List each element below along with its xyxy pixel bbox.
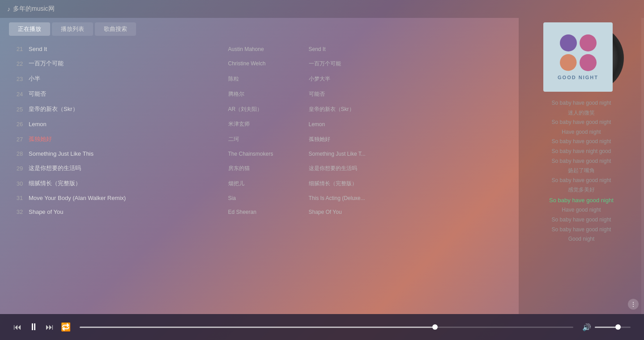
song-album: 这是你想要的生活吗 [309, 165, 508, 172]
song-title: Something Just Like This [29, 150, 228, 157]
tabs-bar: 正在播放 播放列表 歌曲搜索 [9, 22, 510, 36]
song-number: 21 [11, 46, 29, 52]
song-title: Lemon [29, 121, 228, 128]
song-number: 28 [11, 150, 29, 157]
song-artist: Christine Welch [228, 60, 309, 67]
song-row[interactable]: 31Move Your Body (Alan Walker Remix)SiaT… [9, 191, 510, 205]
song-row[interactable]: 29这是你想要的生活吗房东的猫这是你想要的生活吗 [9, 161, 510, 176]
song-artist: 陈粒 [228, 75, 309, 83]
song-number: 31 [11, 195, 29, 201]
song-artist: AR（刘夫阳） [228, 106, 309, 113]
lyric-line: So baby have good night [519, 215, 644, 225]
song-artist: 二珂 [228, 136, 309, 143]
song-number: 22 [11, 60, 29, 67]
song-title: 可能否 [29, 90, 228, 98]
lyric-line: 扬起了嘴角 [519, 166, 644, 176]
progress-thumb [432, 324, 438, 330]
circle-4 [580, 54, 597, 71]
volume-track[interactable] [595, 327, 631, 328]
song-album: Lemon [309, 121, 508, 128]
song-album: 孤独她好 [309, 136, 508, 143]
song-album: This Is Acting (Deluxe... [309, 195, 508, 201]
main-content: 正在播放 播放列表 歌曲搜索 21Send ItAustin MahoneSen… [0, 18, 644, 314]
lyric-line: So baby have night good [519, 147, 644, 157]
song-artist: 房东的猫 [228, 165, 309, 172]
song-artist: 米津玄师 [228, 120, 309, 128]
song-album: 细腻情长（完整版） [309, 180, 508, 187]
song-album: Shape Of You [309, 209, 508, 215]
song-row[interactable]: 26Lemon米津玄师Lemon [9, 117, 510, 132]
song-number: 25 [11, 106, 29, 113]
album-artwork-circles [560, 34, 597, 71]
song-album: 可能否 [309, 90, 508, 98]
song-number: 26 [11, 121, 29, 128]
song-number: 32 [11, 208, 29, 215]
tab-search[interactable]: 歌曲搜索 [95, 22, 136, 36]
song-artist: Sia [228, 195, 309, 201]
song-album: 小梦大半 [309, 75, 508, 83]
lyric-line: Have good night [519, 128, 644, 137]
song-title: 孤独她好 [29, 135, 228, 143]
song-row[interactable]: 32Shape of YouEd SheeranShape Of You [9, 205, 510, 219]
lyric-line: Have good night [519, 205, 644, 215]
volume-fill [595, 327, 618, 328]
song-artist: The Chainsmokers [228, 151, 309, 157]
pause-button[interactable]: ⏸ [29, 321, 38, 333]
song-row[interactable]: 27孤独她好二珂孤独她好 [9, 132, 510, 147]
song-row[interactable]: 23小半陈粒小梦大半 [9, 71, 510, 86]
lyric-line: 迷人的微笑 [519, 108, 644, 118]
song-title: Move Your Body (Alan Walker Remix) [29, 195, 228, 201]
tab-now-playing[interactable]: 正在播放 [9, 22, 50, 36]
lyric-line: So baby have good night [519, 225, 644, 235]
song-row[interactable]: 22一百万个可能Christine Welch一百万个可能 [9, 56, 510, 71]
lyric-line: So baby have good night [519, 137, 644, 147]
circle-3 [560, 54, 577, 71]
album-art: GOOD NIGHT [543, 22, 613, 92]
song-number: 24 [11, 91, 29, 98]
logo: ♪ 多年的music网 [7, 5, 55, 13]
song-row[interactable]: 25皇帝的新衣（Skr）AR（刘夫阳）皇帝的新衣（Skr） [9, 102, 510, 117]
song-row[interactable]: 21Send ItAustin MahoneSend It [9, 42, 510, 56]
song-number: 27 [11, 136, 29, 143]
song-row[interactable]: 24可能否腾格尔可能否 [9, 86, 510, 102]
lyric-line: So baby have good night [519, 157, 644, 166]
progress-track[interactable] [80, 327, 573, 328]
header: ♪ 多年的music网 [0, 0, 644, 18]
left-panel: 正在播放 播放列表 歌曲搜索 21Send ItAustin MahoneSen… [0, 18, 519, 314]
song-number: 29 [11, 165, 29, 172]
song-title: 皇帝的新衣（Skr） [29, 105, 228, 113]
more-options-button[interactable]: ⋮ [628, 299, 639, 310]
lyric-line: So baby have good night [519, 176, 644, 186]
player-bar: ⏮ ⏸ ⏭ 🔁 🔊 [0, 314, 644, 340]
scrollbar[interactable] [641, 18, 644, 314]
tab-playlist[interactable]: 播放列表 [52, 22, 93, 36]
song-row[interactable]: 28Something Just Like ThisThe Chainsmoke… [9, 147, 510, 161]
site-title: 多年的music网 [13, 5, 55, 13]
lyric-line: 感觉多美好 [519, 185, 644, 195]
volume-thumb [615, 324, 621, 330]
song-artist: Austin Mahone [228, 46, 309, 52]
song-artist: 烟把儿 [228, 180, 309, 187]
lyric-line: So baby have good night [519, 98, 644, 108]
repeat-button[interactable]: 🔁 [61, 322, 71, 332]
album-title: GOOD NIGHT [558, 75, 598, 80]
song-row[interactable]: 30细腻情长（完整版）烟把儿细腻情长（完整版） [9, 176, 510, 191]
progress-bar-container [80, 327, 573, 328]
lyric-line: So baby have good night [519, 195, 644, 205]
circle-2 [580, 34, 597, 51]
song-title: Send It [29, 46, 228, 52]
volume-area: 🔊 [582, 323, 631, 332]
song-album: Send It [309, 46, 508, 52]
song-album: Something Just Like T... [309, 151, 508, 157]
song-album: 皇帝的新衣（Skr） [309, 106, 508, 113]
circle-1 [560, 34, 577, 51]
playback-controls: ⏮ ⏸ ⏭ 🔁 [13, 321, 71, 333]
prev-button[interactable]: ⏮ [13, 323, 21, 332]
song-album: 一百万个可能 [309, 60, 508, 68]
song-artist: 腾格尔 [228, 90, 309, 98]
song-title: Shape of You [29, 208, 228, 215]
next-button[interactable]: ⏭ [46, 323, 54, 332]
song-title: 一百万个可能 [29, 60, 228, 68]
progress-fill [80, 327, 435, 328]
right-panel: GOOD NIGHT So baby have good night迷人的微笑S… [519, 18, 644, 314]
